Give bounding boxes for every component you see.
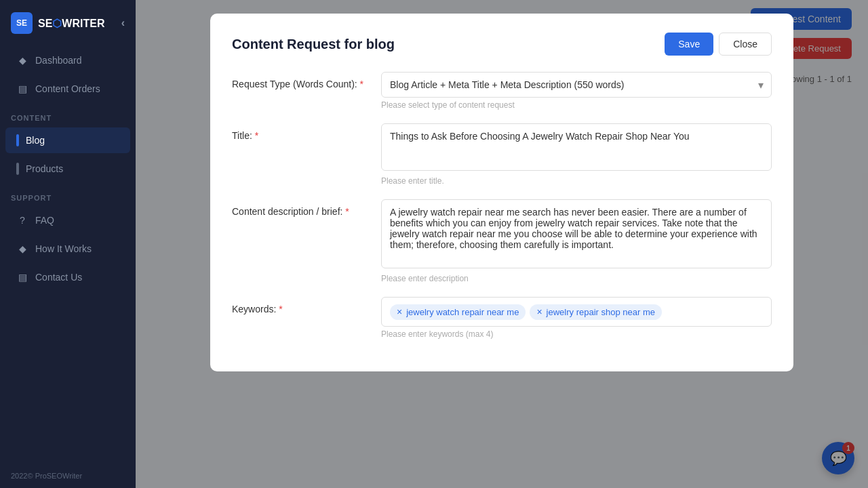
- keywords-hint: Please enter keywords (max 4): [381, 329, 772, 339]
- request-type-hint: Please select type of content request: [381, 100, 772, 110]
- description-field: Please enter description: [381, 199, 772, 283]
- keyword-text-2: jewelry repair shop near me: [547, 307, 655, 317]
- sidebar-item-label: Content Orders: [35, 83, 100, 94]
- sidebar-item-label: Blog: [26, 135, 45, 146]
- request-type-select[interactable]: Blog Article + Meta Title + Meta Descrip…: [381, 72, 772, 98]
- footer-year: 2022©: [11, 472, 33, 480]
- content-request-modal: Content Request for blog Save Close Requ…: [210, 14, 793, 371]
- title-hint: Please enter title.: [381, 176, 772, 186]
- sidebar-item-label: Products: [26, 163, 63, 174]
- modal-title: Content Request for blog: [232, 37, 395, 52]
- active-bar: [16, 134, 19, 146]
- sidebar-item-how-it-works[interactable]: ◆ How It Works: [5, 236, 130, 262]
- request-type-select-wrapper: Blog Article + Meta Title + Meta Descrip…: [381, 72, 772, 98]
- dashboard-icon: ◆: [16, 54, 28, 66]
- sidebar-item-products[interactable]: Products: [5, 156, 130, 182]
- main-content: + Request Content Request 🗑 Delete Reque…: [136, 0, 868, 488]
- title-label: Title: *: [232, 123, 381, 141]
- content-orders-icon: ▤: [16, 83, 28, 95]
- sidebar-item-label: FAQ: [35, 215, 54, 226]
- logo: SE SE⬡WRITER ‹: [0, 0, 136, 46]
- sidebar-item-blog[interactable]: Blog: [5, 127, 130, 153]
- modal-header: Content Request for blog Save Close: [232, 33, 772, 56]
- content-section-label: CONTENT: [0, 103, 136, 126]
- title-input[interactable]: [381, 123, 772, 171]
- footer-brand: ProSEOWriter: [35, 472, 82, 480]
- sidebar-item-dashboard[interactable]: ◆ Dashboard: [5, 47, 130, 73]
- title-field: Please enter title.: [381, 123, 772, 186]
- save-button[interactable]: Save: [665, 33, 713, 56]
- request-type-field: Blog Article + Meta Title + Meta Descrip…: [381, 72, 772, 110]
- keywords-container[interactable]: × jewelry watch repair near me × jewelry…: [381, 297, 772, 327]
- title-group: Title: * Please enter title.: [232, 123, 772, 186]
- modal-overlay: Content Request for blog Save Close Requ…: [136, 0, 868, 488]
- keyword-tag-2: × jewelry repair shop near me: [530, 304, 662, 320]
- sidebar-toggle[interactable]: ‹: [121, 17, 125, 29]
- keyword-tag-1: × jewelry watch repair near me: [390, 304, 526, 320]
- sidebar-item-label: Contact Us: [35, 272, 82, 283]
- sidebar-item-label: How It Works: [35, 243, 92, 254]
- sidebar-item-content-orders[interactable]: ▤ Content Orders: [5, 76, 130, 102]
- contact-icon: ▤: [16, 271, 28, 283]
- remove-keyword-1[interactable]: ×: [397, 307, 402, 317]
- description-hint: Please enter description: [381, 274, 772, 283]
- description-group: Content description / brief: * Please en…: [232, 199, 772, 283]
- keyword-text-1: jewelry watch repair near me: [406, 307, 519, 317]
- logo-text: SE⬡WRITER: [38, 17, 104, 30]
- request-type-label: Request Type (Words Count): *: [232, 72, 381, 89]
- description-label: Content description / brief: *: [232, 199, 381, 217]
- modal-actions: Save Close: [665, 33, 772, 56]
- remove-keyword-2[interactable]: ×: [536, 307, 542, 317]
- keywords-label: Keywords: *: [232, 297, 381, 314]
- faq-icon: ?: [16, 214, 28, 226]
- footer: 2022© ProSEOWriter: [0, 464, 136, 488]
- keywords-group: Keywords: * × jewelry watch repair near …: [232, 297, 772, 339]
- support-section-label: SUPPORT: [0, 183, 136, 206]
- logo-icon: SE: [11, 12, 33, 34]
- item-bar: [16, 163, 19, 175]
- description-input[interactable]: [381, 199, 772, 268]
- close-button[interactable]: Close: [719, 33, 772, 56]
- sidebar: SE SE⬡WRITER ‹ ◆ Dashboard ▤ Content Ord…: [0, 0, 136, 488]
- sidebar-item-contact-us[interactable]: ▤ Contact Us: [5, 264, 130, 290]
- sidebar-item-label: Dashboard: [35, 55, 82, 66]
- logo-abbr: SE: [16, 18, 27, 28]
- keywords-field: × jewelry watch repair near me × jewelry…: [381, 297, 772, 339]
- how-it-works-icon: ◆: [16, 243, 28, 255]
- sidebar-footer-area: 2022© ProSEOWriter: [0, 464, 136, 488]
- sidebar-item-faq[interactable]: ? FAQ: [5, 207, 130, 233]
- request-type-group: Request Type (Words Count): * Blog Artic…: [232, 72, 772, 110]
